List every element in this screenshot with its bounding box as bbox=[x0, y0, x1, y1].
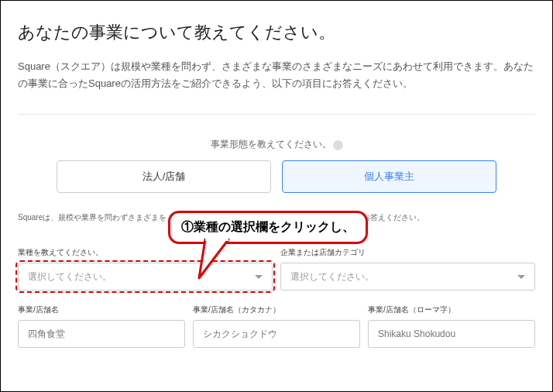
option-corporate[interactable]: 法人/店舗 bbox=[57, 160, 271, 193]
business-form-label: 事業形態を教えてください。 bbox=[18, 138, 535, 151]
name-roma-label: 事業/店舗名（ローマ字） bbox=[368, 304, 535, 315]
business-form-options: 法人/店舗 個人事業主 bbox=[18, 160, 535, 193]
page-title: あなたの事業について教えてください。 bbox=[18, 21, 535, 44]
name-kana-label: 事業/店舗名（カタカナ） bbox=[193, 304, 360, 315]
name-roma-input[interactable] bbox=[368, 320, 535, 348]
annotation-tail bbox=[198, 238, 236, 284]
option-sole[interactable]: 個人事業主 bbox=[282, 160, 496, 193]
name-label: 事業/店舗名 bbox=[18, 304, 185, 315]
category-select[interactable]: 選択してください。 bbox=[280, 263, 535, 291]
page-description: Square（スクエア）は規模や業種を問わず、さまざまな事業のさまざまなニーズに… bbox=[18, 58, 535, 92]
name-kana-input[interactable] bbox=[193, 320, 360, 348]
category-label: 企業または店舗カテゴリ bbox=[280, 247, 535, 258]
info-icon[interactable] bbox=[333, 140, 343, 150]
divider bbox=[18, 114, 535, 115]
annotation-callout: ①業種の選択欄をクリックし、 bbox=[168, 211, 368, 244]
name-input[interactable] bbox=[18, 320, 185, 348]
